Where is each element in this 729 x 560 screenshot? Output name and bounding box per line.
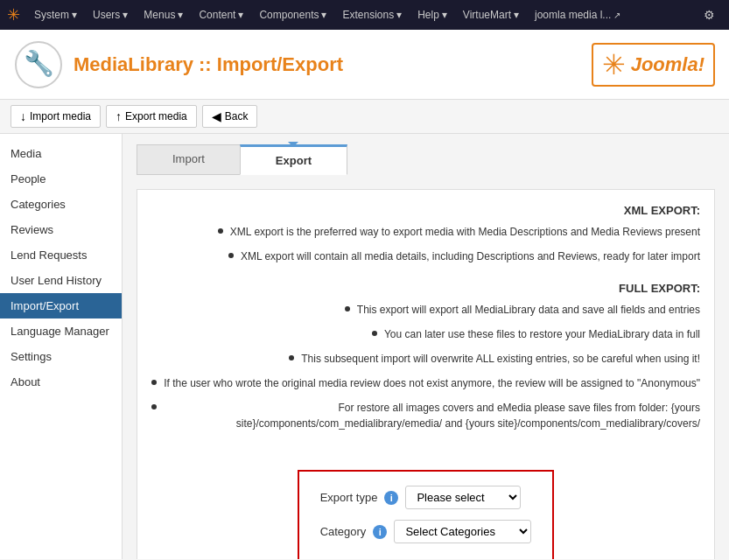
nav-label-help: Help [417, 9, 439, 21]
nav-arrow-users: ▾ [123, 9, 128, 21]
nav-item-components[interactable]: Components ▾ [252, 5, 333, 24]
category-label: Category [320, 525, 367, 538]
svg-text:🔧: 🔧 [24, 49, 54, 78]
export-type-info-icon[interactable]: i [384, 491, 398, 505]
full-bullet-5: For restore all images covers and eMedia… [151, 400, 700, 431]
back-button[interactable]: ◀ Back [202, 105, 258, 128]
bullet-dot-4 [372, 331, 377, 336]
bullet-dot-7 [151, 404, 157, 410]
nav-label-content: Content [199, 9, 235, 21]
xml-bullet-1: XML export is the preferred way to expor… [218, 224, 700, 240]
full-bullet-4-wrapper: If the user who wrote the original media… [151, 375, 700, 395]
xml-bullet-2-text: XML export will contain all media detail… [241, 248, 700, 264]
sidebar-item-reviews[interactable]: Reviews [0, 217, 122, 242]
full-export-section: FULL EXPORT: This export will export all… [151, 282, 700, 435]
nav-label-users: Users [93, 9, 120, 21]
back-arrow-icon: ◀ [212, 109, 221, 123]
sidebar-label-categories: Categories [11, 198, 66, 211]
export-media-icon: ↑ [116, 109, 122, 123]
import-media-button[interactable]: ↓ Import media [11, 105, 101, 128]
sidebar-label-media: Media [11, 147, 41, 160]
nav-arrow-virtuemart: ▾ [514, 9, 519, 21]
sidebar-item-import-export[interactable]: Import/Export [0, 293, 122, 318]
back-label: Back [225, 110, 249, 122]
bullet-dot-1 [218, 228, 223, 234]
bullet-dot-3 [345, 306, 350, 312]
sidebar-item-settings[interactable]: Settings [0, 344, 122, 369]
top-navigation: ✳ System ▾ Users ▾ Menus ▾ Content ▾ Com… [0, 0, 729, 30]
tab-bar: Import Export [137, 144, 715, 175]
joomla-brand-text: Joomla! [631, 53, 704, 76]
full-bullet-5-wrapper: For restore all images covers and eMedia… [151, 400, 700, 435]
xml-export-section: XML EXPORT: XML export is the preferred … [151, 204, 700, 268]
full-bullet-5-text: For restore all images covers and eMedia… [164, 400, 700, 431]
bullet-dot-6 [151, 380, 157, 385]
xml-bullet-1-wrapper: XML export is the preferred way to expor… [151, 224, 700, 243]
sidebar-label-about: About [11, 375, 40, 388]
export-media-button[interactable]: ↑ Export media [106, 105, 197, 128]
full-bullet-1-text: This export will export all MediaLibrary… [357, 302, 700, 318]
nav-arrow-components: ▾ [321, 9, 326, 21]
sidebar-item-people[interactable]: People [0, 166, 122, 192]
export-type-label: Export type [320, 491, 378, 504]
nav-item-users[interactable]: Users ▾ [86, 5, 135, 24]
category-info-icon[interactable]: i [373, 525, 387, 539]
sidebar-item-about[interactable]: About [0, 369, 122, 395]
main-layout: Media People Categories Reviews Lend Req… [0, 134, 729, 559]
content-panel: XML EXPORT: XML export is the preferred … [137, 189, 715, 559]
sidebar-label-people: People [11, 172, 46, 186]
sidebar-label-lend-requests: Lend Requests [11, 248, 87, 262]
full-export-title: FULL EXPORT: [151, 282, 700, 295]
tab-export-label: Export [276, 154, 312, 167]
full-bullet-4-text: If the user who wrote the original media… [164, 375, 700, 391]
nav-arrow-help: ▾ [442, 9, 447, 21]
full-bullet-3-wrapper: This subsequent import will overwrite AL… [151, 351, 700, 370]
toolbar: ↓ Import media ↑ Export media ◀ Back [0, 100, 729, 134]
sidebar-label-settings: Settings [11, 350, 52, 363]
header-left: 🔧 MediaLibrary :: Import/Export [14, 40, 343, 89]
category-select[interactable]: Select Categories [394, 520, 531, 543]
full-bullet-1-wrapper: This export will export all MediaLibrary… [151, 302, 700, 321]
nav-label-virtuemart: VirtueMart [463, 9, 511, 21]
joomla-brand: ✳ Joomla! [592, 43, 715, 87]
nav-item-system[interactable]: System ▾ [27, 5, 84, 24]
sidebar-item-media[interactable]: Media [0, 141, 122, 166]
tab-import[interactable]: Import [137, 144, 240, 175]
nav-item-content[interactable]: Content ▾ [192, 5, 250, 24]
sidebar: Media People Categories Reviews Lend Req… [0, 134, 123, 559]
full-bullet-1: This export will export all MediaLibrary… [345, 302, 700, 318]
joomla-nav-icon[interactable]: ✳ [7, 5, 20, 24]
xml-export-title: XML EXPORT: [151, 204, 700, 217]
bullet-dot-2 [228, 253, 234, 258]
nav-item-virtuemart[interactable]: VirtueMart ▾ [456, 5, 526, 24]
nav-item-extensions[interactable]: Extensions ▾ [335, 5, 409, 24]
export-media-label: Export media [125, 110, 187, 122]
full-bullet-2-wrapper: You can later use these files to restore… [151, 326, 700, 346]
nav-gear-icon[interactable]: ⚙ [697, 4, 722, 25]
export-type-row: Export type i Please select XML Export F… [320, 486, 532, 509]
sidebar-label-import-export: Import/Export [11, 299, 79, 312]
nav-item-help[interactable]: Help ▾ [410, 5, 454, 24]
import-media-label: Import media [30, 110, 91, 122]
full-bullet-4: If the user who wrote the original media… [151, 375, 700, 391]
full-bullet-2: You can later use these files to restore… [372, 326, 700, 342]
nav-label-extensions: Extensions [342, 9, 394, 21]
bullet-dot-5 [289, 355, 294, 360]
xml-bullet-2: XML export will contain all media detail… [228, 248, 700, 264]
tab-export[interactable]: Export [240, 144, 347, 175]
nav-label-menus: Menus [144, 9, 175, 21]
nav-item-joomlamedia[interactable]: joomla media l... ↗ [528, 5, 627, 24]
nav-item-menus[interactable]: Menus ▾ [137, 5, 190, 24]
sidebar-item-user-lend-history[interactable]: User Lend History [0, 268, 122, 293]
nav-arrow-system: ▾ [72, 9, 77, 21]
external-link-icon: ↗ [613, 10, 620, 20]
full-bullet-3-text: This subsequent import will overwrite AL… [301, 351, 700, 367]
export-type-select[interactable]: Please select XML Export Full Export [405, 486, 521, 509]
category-row: Category i Select Categories [320, 520, 532, 543]
sidebar-item-language-manager[interactable]: Language Manager [0, 318, 122, 344]
sidebar-item-categories[interactable]: Categories [0, 192, 122, 217]
nav-arrow-extensions: ▾ [396, 9, 402, 21]
sidebar-item-lend-requests[interactable]: Lend Requests [0, 242, 122, 268]
sidebar-label-user-lend-history: User Lend History [11, 274, 102, 287]
medialibrary-icon-svg: 🔧 [14, 40, 63, 89]
